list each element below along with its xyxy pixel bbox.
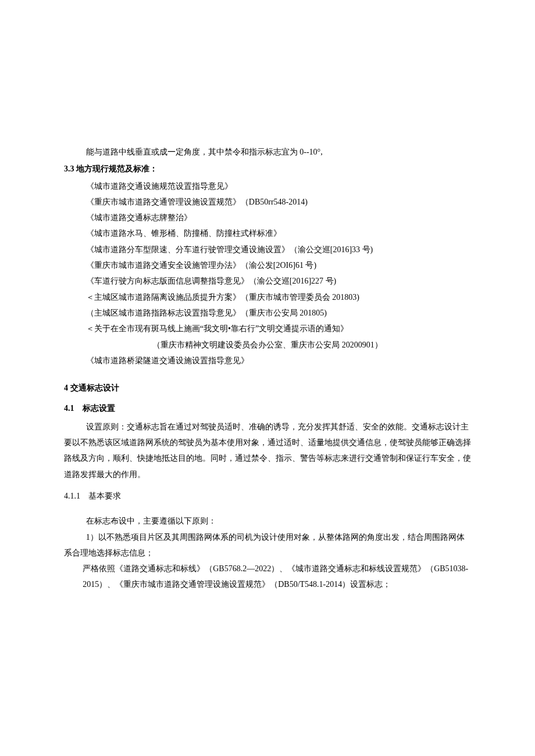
regulation-item: ＜关于在全市现有斑马线上施画“我文明•靠右行”文明交通提示语的通知》 [64, 321, 471, 336]
regulation-item: 《城市道路桥梁隧道交通设施设置指导意见》 [64, 353, 471, 368]
paragraph-4-1: 设置原则：交通标志旨在通过对驾驶员适时、准确的诱导，充分发挥其舒适、安全的效能。… [64, 419, 471, 482]
regulation-item: （主城区城市道路指路标志设置指导意见》（重庆市公安局 201805) [64, 305, 471, 321]
regulation-item: ＜主城区城市道路隔离设施品质提升方案》（重庆市城市管理委员会 201803) [64, 289, 471, 305]
paragraph-4-1-1-a: 在标志布设中，主要遵循以下原则： [64, 513, 471, 529]
heading-4-1-1: 4.1.1 基本要求 [64, 488, 471, 504]
regulation-issuer: （重庆市精神文明建设委员会办公室、重庆市公安局 20200901） [64, 337, 471, 353]
intro-line: 能与道路中线垂直或成一定角度，其中禁令和指示标志宜为 0--10°, [64, 144, 471, 160]
heading-4-1: 4.1 标志设置 [64, 400, 471, 416]
regulation-item: 《城市道路交通设施规范设置指导意见》 [64, 178, 471, 194]
regulation-list: 《城市道路交通设施规范设置指导意见》 《重庆市城市道路交通管理设施设置规范》（D… [64, 178, 471, 369]
regulation-item: 《重庆市城市道路交通管理设施设置规范》（DB50rr548-2014) [64, 194, 471, 210]
regulation-item: 《城市道路水马、锥形桶、防撞桶、防撞柱式样标准》 [64, 225, 471, 241]
heading-3-3: 3.3 地方现行规范及标准： [64, 161, 471, 177]
regulation-item: 《车道行驶方向标志版面信息调整指导意见》（渝公交巡[2016]227 号) [64, 273, 471, 289]
regulation-item: 《城市道路交通标志牌整治》 [64, 210, 471, 225]
paragraph-4-1-1-d: 2015）、《重庆市城市道路交通管理设施设置规范》（DB50/T548.1-20… [64, 576, 471, 592]
document-page: 能与道路中线垂直或成一定角度，其中禁令和指示标志宜为 0--10°, 3.3 地… [0, 0, 535, 651]
heading-4: 4 交通标志设计 [64, 380, 471, 396]
regulation-item: 《重庆市城市道路交通安全设施管理办法》（渝公发[2OI6]61 号) [64, 257, 471, 273]
paragraph-4-1-1-c: 严格依照《道路交通标志和标线》（GB5768.2—2022）、《城市道路交通标志… [64, 561, 471, 576]
paragraph-4-1-1-b: 1）以不熟悉项目片区及其周围路网体系的司机为设计使用对象，从整体路网的角度出发，… [64, 529, 471, 561]
regulation-item: 《城市道路分车型限速、分车道行驶管理交通设施设置》（渝公交巡[2016]33 号… [64, 242, 471, 257]
